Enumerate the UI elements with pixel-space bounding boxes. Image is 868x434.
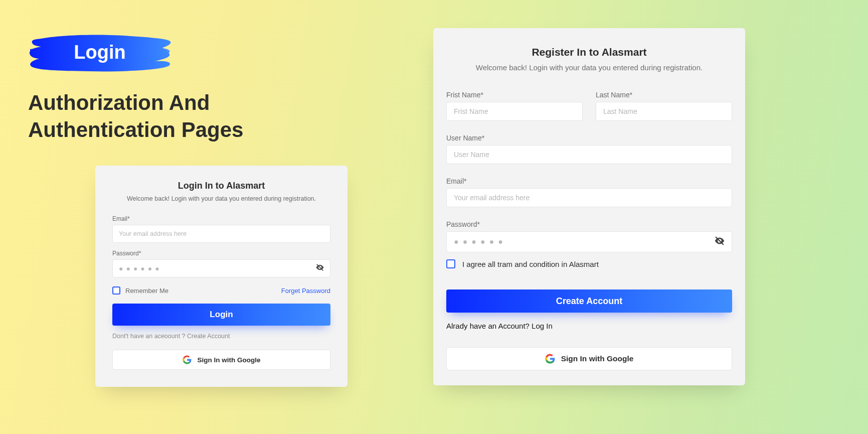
register-card: Register In to Alasmart Welcome back! Lo…: [433, 28, 745, 385]
brush-label: Login: [28, 42, 171, 63]
login-google-button[interactable]: Sign In with Google: [112, 350, 330, 370]
last-name-input[interactable]: [596, 102, 732, 121]
first-name-label: Frist Name*: [446, 91, 583, 99]
register-title: Register In to Alasmart: [446, 46, 732, 58]
login-google-label: Sign In with Google: [198, 356, 261, 364]
login-card: Login In to Alasmart Welcome back! Login…: [95, 166, 348, 387]
login-subtitle: Welcome back! Login with your data you e…: [112, 195, 330, 202]
eye-slash-icon[interactable]: [315, 263, 324, 274]
agree-terms-label: I agree all tram and condition in Alasma…: [462, 260, 599, 268]
register-password-label: Password*: [446, 220, 732, 228]
register-email-input[interactable]: [446, 188, 732, 207]
google-icon: [545, 354, 555, 364]
register-email-label: Email*: [446, 177, 732, 185]
checkbox-box-icon: [446, 259, 455, 268]
google-icon: [183, 355, 192, 364]
login-password-label: Password*: [112, 250, 330, 257]
eye-slash-icon[interactable]: [714, 235, 725, 248]
remember-me-checkbox[interactable]: Remember Me: [112, 286, 168, 295]
page-heading: Authorization And Authentication Pages: [28, 89, 339, 143]
checkbox-box-icon: [112, 286, 120, 295]
forget-password-link[interactable]: Forget Password: [281, 287, 330, 295]
password-dots: ●●●●●●: [119, 264, 162, 272]
remember-me-label: Remember Me: [125, 287, 168, 295]
create-account-line[interactable]: Dont't have an aceoount ? Create Account: [112, 333, 330, 340]
register-google-label: Sign In with Google: [561, 354, 634, 363]
login-title: Login In to Alasmart: [112, 181, 330, 191]
register-subtitle: Welcome back! Login with your data you e…: [446, 63, 732, 72]
have-account-line[interactable]: Alrady have an Account? Log In: [446, 322, 732, 330]
create-account-button[interactable]: Create Account: [446, 290, 732, 313]
first-name-input[interactable]: [446, 102, 583, 121]
register-password-input[interactable]: ●●●●●●: [446, 231, 732, 252]
login-email-input[interactable]: [112, 225, 330, 243]
user-name-label: User Name*: [446, 134, 732, 142]
last-name-label: Last Name*: [596, 91, 732, 99]
login-submit-button[interactable]: Login: [112, 304, 330, 326]
agree-terms-checkbox[interactable]: I agree all tram and condition in Alasma…: [446, 259, 732, 268]
login-email-label: Email*: [112, 215, 330, 222]
brush-stroke: Login: [28, 34, 171, 72]
user-name-input[interactable]: [446, 145, 732, 164]
password-dots: ●●●●●●: [454, 237, 507, 246]
register-google-button[interactable]: Sign In with Google: [446, 347, 732, 370]
login-password-input[interactable]: ●●●●●●: [112, 259, 330, 277]
